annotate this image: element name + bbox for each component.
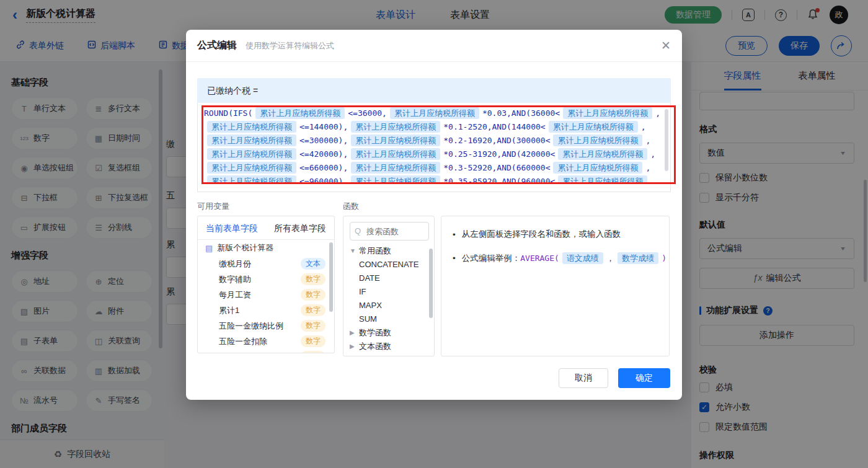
function-name: AVERAGE(: [520, 254, 559, 263]
variable-name: 每月工资: [219, 289, 251, 301]
variable-row[interactable]: 五险一金缴纳比例数字: [198, 318, 334, 333]
field-token-chip[interactable]: 累计上月应纳税所得额: [351, 121, 440, 133]
field-token-chip[interactable]: 累计上月应纳税所得额: [351, 162, 440, 174]
confirm-button[interactable]: 确定: [618, 368, 670, 388]
formula-code: <=420000),: [299, 149, 348, 159]
field-token-chip[interactable]: 累计上月应纳税所得额: [351, 175, 440, 183]
formula-code: ,: [650, 149, 655, 159]
variable-name: 累计上月应纳税所得额: [219, 351, 299, 354]
function-item[interactable]: SUM: [343, 312, 434, 326]
function-group[interactable]: ▶数学函数: [343, 326, 434, 340]
variables-tab-inactive[interactable]: 所有表单字段: [266, 216, 334, 239]
variables-tabs: 当前表单字段所有表单字段: [198, 216, 334, 240]
formula-code: ,: [645, 163, 650, 172]
variable-row[interactable]: 数字辅助数字: [198, 272, 334, 287]
hint-text: 公式编辑举例：: [462, 253, 521, 264]
variable-name: 数字辅助: [219, 274, 251, 285]
function-item[interactable]: DATE: [343, 272, 434, 285]
function-group-label: 常用函数: [359, 244, 391, 258]
formula-code: *0.25-31920,AND(420000<: [443, 149, 555, 159]
field-token-chip[interactable]: 累计上月应纳税所得额: [207, 121, 296, 133]
cancel-button[interactable]: 取消: [559, 368, 608, 388]
variable-type-badge: 数字: [301, 351, 326, 353]
formula-scrollbar[interactable]: [665, 109, 668, 171]
field-token-chip[interactable]: 累计上月应纳税所得额: [207, 135, 296, 146]
variables-tab-active[interactable]: 当前表单字段: [198, 216, 266, 239]
formula-line: 累计上月应纳税所得额<=660000),累计上月应纳税所得额*0.3-52920…: [204, 161, 663, 175]
variable-type-badge: 数字: [301, 320, 326, 332]
field-token-chip[interactable]: 累计上月应纳税所得额: [207, 162, 296, 174]
formula-code: *0.2-16920,AND(300000<: [443, 136, 550, 145]
variable-row[interactable]: 缴税月份文本: [198, 256, 334, 272]
field-token-chip[interactable]: 累计上月应纳税所得额: [390, 107, 479, 119]
functions-scrollbar[interactable]: [429, 249, 433, 318]
field-token-chip[interactable]: 累计上月应纳税所得额: [207, 175, 296, 183]
formula-result-banner: 已缴纳个税 =: [197, 78, 671, 103]
function-search-input[interactable]: [350, 222, 429, 241]
variable-type-badge: 文本: [301, 258, 326, 270]
variable-type-badge: 数字: [301, 273, 326, 285]
formula-code: <=36000,: [348, 108, 387, 118]
variable-row[interactable]: 每月工资数字: [198, 287, 334, 302]
function-search: Q: [343, 216, 434, 244]
formula-code: <=960000),: [299, 177, 348, 183]
variable-row[interactable]: 累计1数字: [198, 302, 334, 318]
variables-panel: 当前表单字段所有表单字段 ▤新版个税计算器缴税月份文本数字辅助数字每月工资数字累…: [197, 216, 335, 353]
formula-code: ,: [655, 108, 660, 118]
variable-type-badge: 数字: [301, 304, 326, 316]
hint-line-1: • 从左侧面板选择字段名和函数，或输入函数: [453, 229, 658, 240]
variable-name: 五险一金扣除: [219, 336, 267, 347]
formula-code: ,: [645, 136, 650, 145]
variable-type-badge: 数字: [301, 289, 326, 301]
close-icon[interactable]: ✕: [661, 40, 671, 51]
function-item[interactable]: CONCATENATE: [343, 258, 434, 272]
bullet: •: [453, 254, 456, 263]
field-token-chip[interactable]: 累计上月应纳税所得额: [255, 107, 345, 119]
formula-code: *0.1-2520,AND(144000<: [443, 122, 545, 131]
field-token-chip[interactable]: 累计上月应纳税所得额: [207, 148, 296, 160]
variable-row[interactable]: 五险一金扣除数字: [198, 333, 334, 349]
variable-type-badge: 数字: [301, 335, 326, 347]
field-token-chip[interactable]: 累计上月应纳税所得额: [558, 175, 647, 183]
field-token-chip[interactable]: 累计上月应纳税所得额: [351, 148, 440, 160]
variable-row[interactable]: 累计上月应纳税所得额数字: [198, 349, 334, 353]
function-item[interactable]: MAPX: [343, 299, 434, 312]
variables-scrollbar[interactable]: [329, 242, 333, 312]
hint-line-2: • 公式编辑举例：AVERAGE(语文成绩，数学成绩): [453, 252, 658, 264]
functions-panel: Q ▼常用函数CONCATENATEDATEIFMAPXSUM▶数学函数▶文本函…: [343, 216, 435, 356]
function-item[interactable]: IF: [343, 285, 434, 299]
function-group[interactable]: ▼常用函数: [343, 244, 434, 258]
field-token-chip[interactable]: 累计上月应纳税所得额: [563, 107, 652, 119]
function-group[interactable]: ▶文本函数: [343, 340, 434, 353]
variables-list: ▤新版个税计算器缴税月份文本数字辅助数字每月工资数字累计1数字五险一金缴纳比例数…: [198, 240, 334, 353]
field-token-chip[interactable]: 累计上月应纳税所得额: [553, 162, 642, 174]
field-token-chip[interactable]: 累计上月应纳税所得额: [553, 135, 642, 146]
function-name: ): [662, 254, 666, 263]
variables-label: 可用变量: [197, 201, 229, 212]
formula-code: <=144000),: [299, 122, 348, 131]
field-token-chip[interactable]: 累计上月应纳税所得额: [549, 121, 638, 133]
bullet: •: [453, 230, 456, 239]
variable-name: 五险一金缴纳比例: [219, 320, 283, 332]
formula-line: 累计上月应纳税所得额<=144000),累计上月应纳税所得额*0.1-2520,…: [204, 120, 663, 134]
modal-subtitle: 使用数学运算符编辑公式: [246, 40, 334, 51]
modal-footer: 取消 确定: [559, 368, 670, 388]
hints-panel: • 从左侧面板选择字段名和函数，或输入函数 • 公式编辑举例：AVERAGE(语…: [441, 216, 670, 356]
formula-line: 累计上月应纳税所得额<=960000),累计上月应纳税所得额*0.35-8592…: [204, 175, 663, 183]
field-token-chip[interactable]: 语文成绩: [562, 252, 603, 264]
formula-code: *0.03,AND(36000<: [482, 108, 560, 118]
formula-line: ROUND(IFS(累计上月应纳税所得额<=36000,累计上月应纳税所得额*0…: [204, 107, 663, 120]
formula-editor[interactable]: ROUND(IFS(累计上月应纳税所得额<=36000,累计上月应纳税所得额*0…: [197, 103, 671, 192]
form-node[interactable]: ▤新版个税计算器: [198, 240, 334, 256]
formula-code: *0.35-85920,AND(960000<: [443, 177, 555, 183]
hint-text: ，: [606, 253, 615, 264]
formula-line: 累计上月应纳税所得额<=300000),累计上月应纳税所得额*0.2-16920…: [204, 134, 663, 148]
formula-code: *0.3-52920,AND(660000<: [443, 163, 550, 172]
field-token-chip[interactable]: 累计上月应纳税所得额: [351, 135, 440, 146]
function-group-label: 数学函数: [359, 326, 391, 340]
field-token-chip[interactable]: 累计上月应纳税所得额: [558, 148, 647, 160]
form-icon: ▤: [205, 244, 213, 253]
field-token-chip[interactable]: 数学成绩: [618, 252, 658, 264]
search-icon: Q: [355, 226, 361, 236]
functions-label: 函数: [343, 201, 359, 212]
